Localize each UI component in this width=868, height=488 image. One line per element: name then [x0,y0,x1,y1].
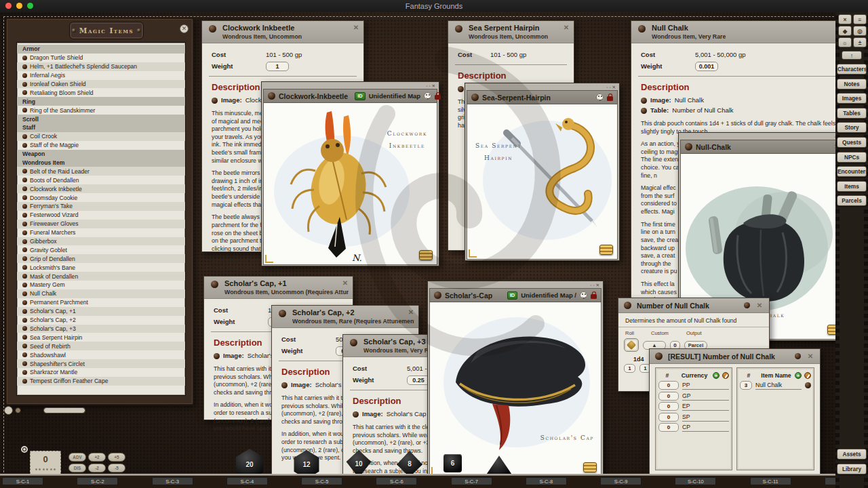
list-item[interactable]: Doomsday Cookie [17,193,185,202]
currency-amount-field[interactable]: 0 [658,413,679,422]
image-link-icon[interactable] [268,92,275,100]
layers-icon[interactable] [583,462,597,472]
taskbar-tab[interactable]: S-C-6 [376,477,417,485]
list-item[interactable]: Gibberbox [17,237,185,246]
list-item[interactable]: Sea Serpent Hairpin [17,333,185,342]
sidebar-tool-icon[interactable]: ≡ [853,14,867,24]
taskbar-tab[interactable]: S-C-2 [77,477,118,485]
close-window-icon[interactable] [5,3,12,9]
dice-icon[interactable] [744,302,750,308]
list-item[interactable]: Helm, +1 Battlechef's Splendid Saucepan [17,62,185,71]
close-icon[interactable]: ✕ [806,352,814,361]
modifier-button[interactable]: +2 [88,453,106,462]
list-item[interactable]: Scholar's Cap, +1 [17,307,185,316]
sidebar-tool-icon[interactable]: ± [853,37,867,47]
list-item[interactable]: Scholar's Cap, +3 [17,325,185,333]
list-item[interactable]: Armor [17,45,185,54]
list-item[interactable]: Gravity Goblet [17,245,185,254]
minimize-window-icon[interactable] [16,3,22,9]
dice-icon[interactable] [795,353,801,359]
sidebar-button[interactable]: Encounters [837,166,867,177]
list-item[interactable]: Ironleaf Oaken Shield [17,80,185,89]
sidebar-tool-icon[interactable]: ☼ [838,37,852,47]
list-item[interactable]: Tempest Griffon Feather Cape [17,377,185,386]
maximize-window-icon[interactable] [27,3,33,9]
currency-name-field[interactable]: SP [682,413,729,422]
list-item[interactable]: Weapon [17,150,185,159]
image-value[interactable]: Null Chalk [675,96,704,104]
image-link-icon[interactable] [685,143,692,150]
image-link-icon[interactable] [214,353,220,359]
window-titlebar[interactable]: Null Chalk Wondrous Item, Very Rare [631,21,848,43]
list-item[interactable]: Dragon Turtle Shield [17,54,185,62]
currency-name-field[interactable]: EP [682,402,729,411]
sidebar-tool-icon[interactable]: ◎ [853,26,867,36]
image-link-icon[interactable] [212,98,218,104]
currency-amount-field[interactable]: 0 [658,423,679,432]
image-value[interactable]: Scholar's Cap [387,410,427,418]
item-name-field[interactable]: Null Chalk [755,381,802,390]
currency-amount-field[interactable]: 0 [658,381,679,390]
list-item[interactable]: Boots of Dendallen [17,176,185,184]
taskbar-tab[interactable]: S-C-1 [2,477,43,485]
result-window[interactable]: [RESULT] Number of Null Chalk ✕ # Curren… [649,348,821,476]
list-item[interactable]: Festerwood Vizard [17,211,185,220]
item-link-icon[interactable] [455,25,462,33]
list-item[interactable]: Permanent Parchment [17,298,185,307]
list-item[interactable]: Funeral Marchers [17,228,185,237]
taskbar-tab[interactable]: S-C-7 [451,477,492,485]
list-item[interactable]: Clockwork Inkbeetle [17,184,185,193]
sidebar-tool-icon[interactable]: × [838,14,852,24]
list-item[interactable]: Ring of the Sandskimmer [17,106,185,115]
die-result-field[interactable]: 1 [624,364,635,373]
modifier-button[interactable]: ADV [68,453,86,462]
list-item[interactable]: Coil Crook [17,132,185,141]
taskbar-tab[interactable]: S-C-3 [152,477,193,485]
list-item[interactable]: Mastery Gem [17,281,185,289]
list-item[interactable]: Infernal Aegis [17,71,185,80]
sidebar-button[interactable]: Assets [837,449,867,460]
list-item[interactable]: Wondrous Item [17,159,185,167]
item-link-icon[interactable] [805,382,811,388]
modifier-button[interactable]: DIS [68,464,86,472]
result-titlebar[interactable]: [RESULT] Number of Null Chalk ✕ [650,349,820,364]
add-item-icon[interactable]: + [795,372,802,379]
image-link-icon[interactable] [353,411,359,418]
sidebar-button[interactable]: Parcels [837,195,867,206]
sidebar-button[interactable]: Items [837,181,867,192]
modifier-target-icon[interactable] [21,446,28,453]
item-link-icon[interactable] [279,310,286,317]
sidebar-button[interactable]: Notes [837,79,867,89]
modifier-button[interactable]: -2 [88,464,106,472]
item-link-icon[interactable] [209,25,216,33]
taskbar-tab[interactable]: S-C-5 [301,477,342,485]
table-link-icon[interactable] [624,302,631,309]
sidebar-button[interactable]: Characters [837,64,867,75]
list-scroll-button[interactable] [4,406,13,415]
sidebar-button[interactable]: Tables [837,108,867,119]
currency-name-field[interactable]: PP [682,381,729,390]
modifier-stack[interactable]: 0 [30,451,61,476]
list-item[interactable]: Locksmith's Bane [17,263,185,272]
list-item[interactable]: Shadowshawl [17,350,185,359]
image-link-icon[interactable] [281,382,288,388]
table-value[interactable]: Number of Null Chalk [672,106,733,114]
taskbar-tab[interactable]: S-C-10 [675,477,716,485]
image-link-icon[interactable] [641,98,647,104]
list-item[interactable]: Sharkrazor Mantle [17,368,185,377]
item-link-icon[interactable] [211,281,218,288]
list-item[interactable]: Shapeshifter's Circlet [17,359,185,368]
close-icon[interactable]: ✕ [562,24,570,32]
currency-amount-field[interactable]: 0 [658,402,679,411]
list-item[interactable]: Scholar's Cap, +2 [17,316,185,325]
weight-field[interactable]: 0.001 [695,62,718,71]
list-item[interactable]: Mask of Dendallen [17,272,185,281]
list-item[interactable]: Staff [17,123,185,132]
taskbar-tab[interactable]: S-C-4 [226,477,268,485]
list-item[interactable]: Belt of the Raid Leader [17,167,185,176]
dialog-titlebar[interactable]: Number of Null Chalk ✕ [618,298,769,313]
list-item[interactable]: Staff of the Magpie [17,141,185,150]
list-item[interactable]: Seed of Rebirth [17,342,185,350]
list-item[interactable]: Null Chalk [17,289,185,298]
modifier-button[interactable]: +5 [108,453,125,462]
